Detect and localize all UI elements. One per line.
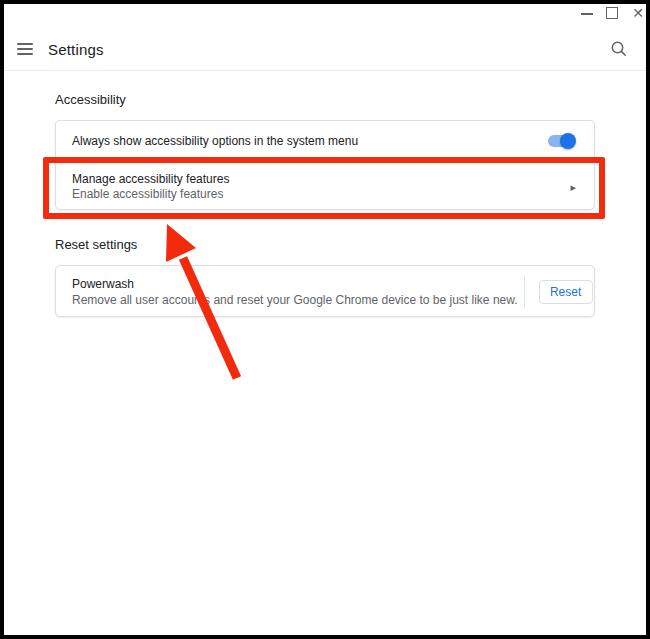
accessibility-card: Always show accessibility options in the… [55, 120, 595, 210]
row-sublabel: Enable accessibility features [72, 187, 554, 202]
row-label: Manage accessibility features [72, 171, 554, 187]
search-icon[interactable] [609, 39, 629, 59]
row-powerwash: Powerwash Remove all user accounts and r… [56, 266, 594, 318]
settings-header: Settings [4, 28, 646, 71]
close-icon[interactable]: ✕ [629, 4, 647, 22]
chevron-right-icon: ▸ [570, 179, 576, 195]
powerwash-sublabel: Remove all user accounts and reset your … [72, 292, 518, 308]
toggle-knob [560, 133, 576, 149]
reset-section-heading: Reset settings [55, 237, 137, 252]
row-always-show-accessibility-options[interactable]: Always show accessibility options in the… [56, 121, 594, 161]
row-label: Always show accessibility options in the… [72, 134, 548, 148]
powerwash-label: Powerwash [72, 276, 518, 292]
accessibility-section-heading: Accessibility [55, 92, 126, 107]
arrow-head [166, 224, 196, 262]
settings-window: ✕ Settings Accessibility Always show acc… [0, 0, 650, 639]
row-manage-accessibility-features[interactable]: Manage accessibility features Enable acc… [56, 161, 594, 211]
divider [524, 276, 525, 308]
powerwash-card: Powerwash Remove all user accounts and r… [55, 265, 595, 317]
accessibility-options-toggle[interactable] [548, 134, 576, 148]
maximize-icon[interactable] [606, 7, 618, 19]
menu-icon[interactable] [17, 43, 33, 55]
minimize-icon[interactable] [581, 13, 593, 15]
reset-button[interactable]: Reset [539, 280, 593, 304]
titlebar: ✕ [0, 0, 650, 28]
page-title: Settings [48, 41, 104, 58]
powerwash-text: Powerwash Remove all user accounts and r… [72, 276, 518, 308]
